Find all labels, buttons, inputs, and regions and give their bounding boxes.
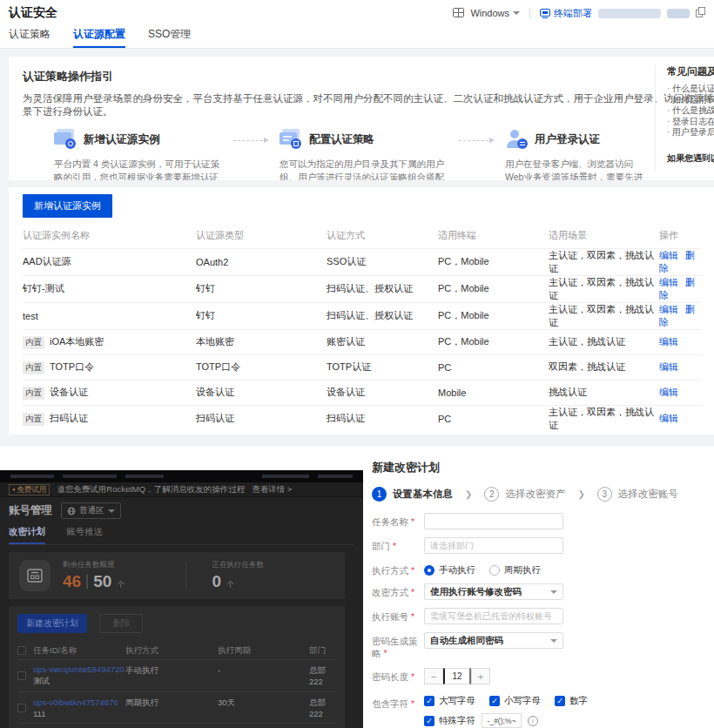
auth-policy-icon [280, 129, 302, 150]
faq-item[interactable]: 什么是认证源实例？ [667, 84, 714, 95]
table-row: test 钉钉 扫码认证、授权认证 PC，Mobile 主认证，双因素，挑战认证… [23, 302, 702, 329]
edit-link[interactable]: 编辑 [659, 277, 678, 287]
guide-step-desc: 用户在登录客户端、浏览器访问Web业务资源等场景时，需要先进行身份认证 查看用户… [505, 158, 650, 180]
guide-steps: 新增认证源实例 平台内置 4 类认证源实例，可用于认证策略的引用，您也可根据业务… [23, 129, 650, 180]
cell-terminal: PC [438, 354, 549, 380]
task-table-header: 任务ID/名称 执行方式 执行周期 部门 [17, 642, 336, 659]
faq-item[interactable]: 用户登录后就能访问业务了吗？ [667, 127, 714, 138]
os-selector-label: Windows [470, 8, 509, 18]
copy-icon[interactable] [696, 7, 705, 19]
row-checkbox[interactable] [17, 704, 26, 712]
page-title: 认证安全 [9, 5, 57, 21]
table-row: 内置扫码认证 扫码认证 扫码认证 PC 主认证，双因素，挑战认证 编辑 [23, 405, 702, 432]
divider [185, 563, 186, 589]
redacted-text [667, 9, 690, 18]
tab-sso-management[interactable]: SSO管理 [148, 27, 191, 48]
table-row: 钉钉-测试 钉钉 扫码认证、授权认证 PC，Mobile 主认证，双因素，挑战认… [23, 275, 702, 302]
radio-manual-exec[interactable]: 手动执行 [424, 564, 475, 576]
chevron-down-icon [108, 509, 115, 513]
password-length-input[interactable] [443, 668, 471, 684]
minus-button[interactable]: − [424, 668, 443, 684]
region-selector[interactable]: 普通区 [61, 502, 121, 519]
dialog-form: 任务名称 部门 执行方式 手动执行 周期执行 [372, 513, 714, 728]
faq-panel: 常见问题及最佳实践 什么是认证源实例？ 如何启用双因素认证？ 什么是挑战认证？ … [655, 65, 714, 172]
add-auth-source-button[interactable]: 新增认证源实例 [23, 194, 112, 218]
tab-auth-source-config[interactable]: 认证源配置 [73, 27, 125, 48]
user-login-icon [505, 129, 528, 150]
edit-link[interactable]: 编辑 [659, 387, 678, 397]
create-plan-button[interactable]: 新建改密计划 [17, 614, 87, 633]
faq-item[interactable]: 登录日志在哪里查看？ [667, 117, 714, 128]
radio-cycle-exec[interactable]: 周期执行 [489, 564, 541, 576]
header-divider [529, 8, 530, 18]
task-id-link[interactable]: ops-v0ibwtkn47574876 [33, 698, 125, 707]
step-label-2: 选择改密资产 [505, 488, 565, 501]
radio-selected-icon [424, 565, 434, 576]
cell-type: 设备认证 [196, 380, 327, 405]
chevron-right-icon: ❯ [465, 489, 472, 499]
row-checkbox[interactable] [17, 671, 26, 680]
change-mode-select[interactable]: 使用执行账号修改密码 [424, 583, 563, 600]
edit-link[interactable]: 编辑 [659, 361, 678, 372]
builtin-badge: 内置 [23, 361, 44, 374]
redacted-nav-item [262, 475, 309, 478]
trial-details-link[interactable]: 查看详情 > [252, 484, 292, 495]
builtin-badge: 内置 [23, 387, 44, 400]
special-chars-input[interactable] [482, 713, 522, 728]
tab-auth-policy[interactable]: 认证策略 [9, 27, 51, 48]
cell-terminal: PC，Mobile [438, 329, 549, 354]
task-name-input[interactable] [424, 513, 563, 529]
step-label-3: 选择改密账号 [618, 488, 678, 501]
edit-link[interactable]: 编辑 [659, 304, 678, 314]
terminal-deploy-link[interactable]: 终端部署 [540, 7, 592, 20]
department-input[interactable] [424, 537, 563, 554]
field-label: 执行方式 [372, 562, 424, 577]
step-circle-2: 2 [484, 487, 499, 502]
checkbox-lowercase[interactable]: ✓ 小写字母 [489, 695, 541, 707]
step-label-1: 设置基本信息 [393, 488, 453, 501]
task-table-card: 新建改密计划 删除 任务ID/名称 执行方式 执行周期 部门 ops-vwcqs… [9, 606, 345, 728]
terminal-deploy-label: 终端部署 [554, 7, 592, 20]
cell-type: 钉钉 [196, 302, 327, 329]
password-policy-select[interactable]: 自动生成相同密码 [424, 632, 563, 649]
cell-name: iOA本地账密 [50, 336, 104, 347]
task-id-link[interactable]: ops-vwcqsmtw59494720 [33, 664, 125, 674]
checkbox-uppercase[interactable]: ✓ 大写字母 [424, 695, 475, 707]
quota-stats-card: 剩余任务数额度 46 50 个 正在执行任务数 0 个 [9, 552, 345, 599]
checkbox-special-chars[interactable]: ✓ 特殊字符 [424, 715, 475, 727]
guide-step-title: 用户登录认证 [535, 132, 600, 147]
select-all-checkbox[interactable] [17, 646, 26, 655]
chevron-down-icon [550, 590, 557, 594]
os-selector[interactable]: Windows [470, 8, 520, 18]
auth-source-card: 新增认证源实例 认证源实例名称 认证源类型 认证方式 适用终端 适用场景 操作 … [9, 187, 714, 435]
plus-button[interactable]: + [471, 668, 490, 684]
cell-type: 钉钉 [196, 275, 327, 302]
exec-account-input[interactable] [424, 608, 563, 624]
guide-description: 为灵活保障用户登录场景的身份安全，平台支持基于任意认证源，对不同用户分配不同的主… [23, 92, 714, 118]
dialog-title: 新建改密计划 [372, 460, 714, 475]
dialog-stepper: 1 设置基本信息 ❯ 2 选择改密资产 ❯ 3 选择改密账号 [372, 487, 714, 502]
console-window: 免费试用 邀您免费试用RocketMQ，了解消息收发的操作过程 查看详情 > 账… [0, 470, 363, 728]
faq-item[interactable]: 如何启用双因素认证？ [667, 95, 714, 106]
tab-password-plan[interactable]: 改密计划 [9, 526, 45, 544]
cell-terminal: PC [438, 405, 549, 432]
checkbox-digits[interactable]: ✓ 数字 [555, 695, 588, 707]
field-label: 改密方式 [372, 583, 424, 600]
auth-source-table: 认证源实例名称 认证源类型 认证方式 适用终端 适用场景 操作 AAD认证源 O… [23, 224, 702, 432]
cell-name: 设备认证 [50, 387, 88, 397]
edit-link[interactable]: 编辑 [659, 250, 678, 260]
field-label: 部门 [372, 537, 424, 554]
cell-method: 扫码认证 [327, 405, 438, 432]
edit-link[interactable]: 编辑 [659, 336, 678, 347]
guide-card: 认证策略操作指引 为灵活保障用户登录场景的身份安全，平台支持基于任意认证源，对不… [9, 57, 714, 180]
faq-item[interactable]: 什么是挑战认证？ [667, 105, 714, 117]
redacted-nav-item [318, 475, 353, 478]
unit-label: 个 [117, 579, 125, 590]
delete-button[interactable]: 删除 [99, 614, 143, 633]
faq-footer: 如果您遇到以上问题 [667, 152, 714, 165]
edit-link[interactable]: 编辑 [659, 413, 678, 423]
tab-account-push[interactable]: 账号推送 [66, 526, 103, 544]
guide-step-title: 配置认证策略 [309, 132, 374, 147]
terminal-icon [540, 9, 550, 18]
info-icon[interactable]: i [528, 716, 538, 726]
